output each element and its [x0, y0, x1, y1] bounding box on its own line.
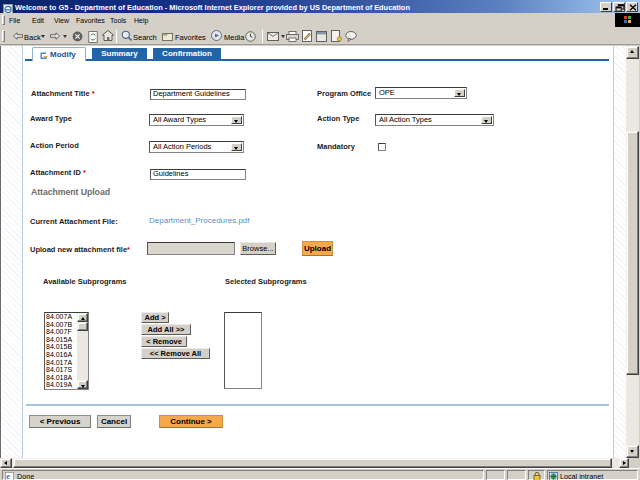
- svg-text:e: e: [6, 472, 10, 480]
